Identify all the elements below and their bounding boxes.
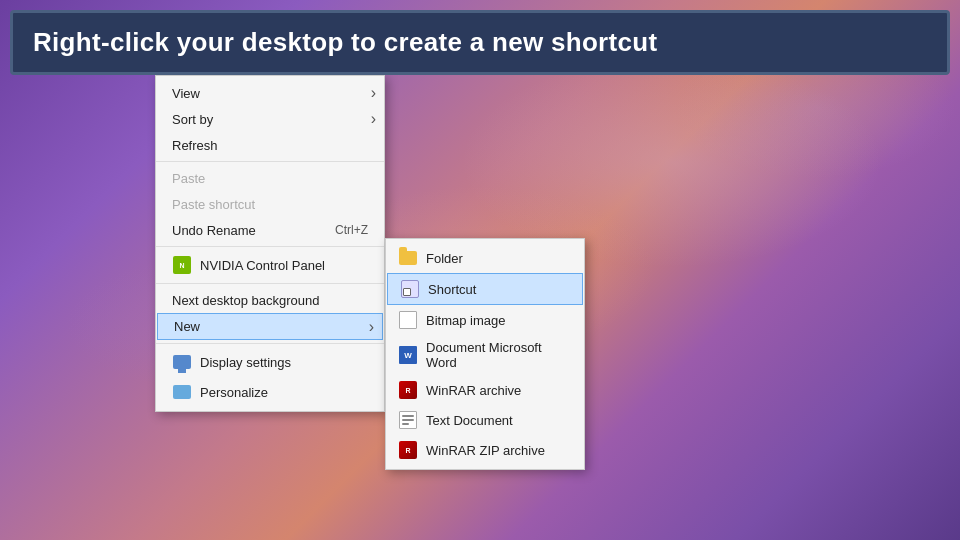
text-doc-icon — [398, 410, 418, 430]
menu-item-undo-rename[interactable]: Undo Rename Ctrl+Z — [156, 217, 384, 243]
winrar-label: WinRAR archive — [426, 383, 521, 398]
folder-icon — [398, 248, 418, 268]
menu-item-nvidia[interactable]: N NVIDIA Control Panel — [156, 250, 384, 280]
menu-item-next-bg[interactable]: Next desktop background — [156, 287, 384, 313]
bitmap-icon — [398, 310, 418, 330]
submenu-item-winrar[interactable]: R WinRAR archive — [386, 375, 584, 405]
submenu-item-shortcut[interactable]: Shortcut — [387, 273, 583, 305]
personalize-label: Personalize — [200, 385, 268, 400]
folder-label: Folder — [426, 251, 463, 266]
menu-item-new[interactable]: New — [157, 313, 383, 340]
separator-3 — [156, 283, 384, 284]
text-doc-label: Text Document — [426, 413, 513, 428]
sort-by-label: Sort by — [172, 112, 213, 127]
nvidia-icon: N — [172, 255, 192, 275]
separator-1 — [156, 161, 384, 162]
winrar-zip-label: WinRAR ZIP archive — [426, 443, 545, 458]
new-label: New — [174, 319, 200, 334]
word-icon: W — [398, 345, 418, 365]
winrar-icon: R — [398, 380, 418, 400]
submenu-item-folder[interactable]: Folder — [386, 243, 584, 273]
banner-title: Right-click your desktop to create a new… — [33, 27, 657, 57]
display-settings-icon — [172, 352, 192, 372]
submenu-item-text-doc[interactable]: Text Document — [386, 405, 584, 435]
menu-item-refresh[interactable]: Refresh — [156, 132, 384, 158]
menu-item-personalize[interactable]: Personalize — [156, 377, 384, 407]
menu-item-paste[interactable]: Paste — [156, 165, 384, 191]
separator-2 — [156, 246, 384, 247]
undo-rename-label: Undo Rename — [172, 223, 256, 238]
shortcut-label: Shortcut — [428, 282, 476, 297]
personalize-icon — [172, 382, 192, 402]
winrar-zip-icon: R — [398, 440, 418, 460]
menu-item-sort-by[interactable]: Sort by — [156, 106, 384, 132]
menu-item-view[interactable]: View — [156, 80, 384, 106]
submenu-item-bitmap[interactable]: Bitmap image — [386, 305, 584, 335]
title-banner: Right-click your desktop to create a new… — [10, 10, 950, 75]
separator-4 — [156, 343, 384, 344]
undo-rename-shortcut: Ctrl+Z — [335, 223, 368, 237]
paste-label: Paste — [172, 171, 205, 186]
menu-item-display-settings[interactable]: Display settings — [156, 347, 384, 377]
refresh-label: Refresh — [172, 138, 218, 153]
word-label: Document Microsoft Word — [426, 340, 572, 370]
submenu-item-winrar-zip[interactable]: R WinRAR ZIP archive — [386, 435, 584, 465]
main-context-menu: View Sort by Refresh Paste Paste shortcu… — [155, 75, 385, 412]
display-settings-label: Display settings — [200, 355, 291, 370]
bitmap-label: Bitmap image — [426, 313, 505, 328]
new-submenu: Folder Shortcut Bitmap image W Document … — [385, 238, 585, 470]
next-bg-label: Next desktop background — [172, 293, 319, 308]
nvidia-label: NVIDIA Control Panel — [200, 258, 325, 273]
shortcut-icon — [400, 279, 420, 299]
paste-shortcut-label: Paste shortcut — [172, 197, 255, 212]
context-menu-area: View Sort by Refresh Paste Paste shortcu… — [155, 75, 385, 412]
menu-item-paste-shortcut[interactable]: Paste shortcut — [156, 191, 384, 217]
submenu-item-word[interactable]: W Document Microsoft Word — [386, 335, 584, 375]
view-label: View — [172, 86, 200, 101]
